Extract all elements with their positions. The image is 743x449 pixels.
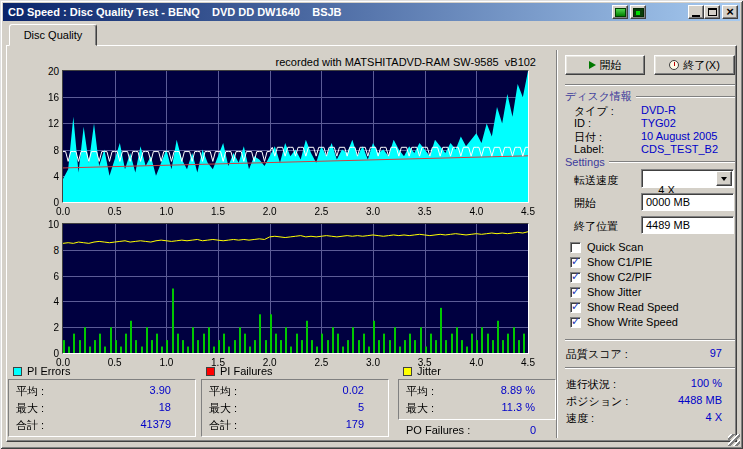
pi-failures-swatch: [206, 367, 215, 376]
po-failures-row: PO Failures : 0: [406, 424, 546, 438]
pi-failures-chart: [63, 224, 528, 353]
titlebar-app-button-2[interactable]: [630, 5, 646, 19]
checkbox-label: Show Write Speed: [587, 316, 678, 328]
minimize-button[interactable]: [688, 5, 704, 19]
resize-grip[interactable]: [728, 434, 740, 446]
maximize-button[interactable]: [704, 5, 720, 19]
titlebar-app-button-1[interactable]: [612, 5, 628, 19]
exit-button[interactable]: 終了(X): [654, 55, 735, 75]
pi-errors-swatch: [13, 367, 22, 376]
start-button[interactable]: 開始: [565, 55, 645, 75]
disc-date-row: 日付 : 10 August 2005: [565, 130, 735, 143]
checkbox-show-read-speed[interactable]: ✓ Show Read Speed: [565, 302, 735, 315]
disc-label-value: CDS_TEST_B2: [641, 143, 718, 155]
check-icon: ✓: [571, 315, 580, 328]
x-axis-tick-label: 3.0: [358, 206, 388, 217]
chevron-down-icon: [721, 177, 727, 181]
pi-errors-chart: [63, 71, 528, 202]
disc-id-row: ID : TYG02: [565, 117, 735, 130]
check-icon: ✓: [571, 300, 580, 313]
checkbox-show-write-speed[interactable]: ✓ Show Write Speed: [565, 317, 735, 330]
x-axis-tick-label: 3.0: [358, 357, 388, 368]
speed-setting-label: 転送速度: [574, 173, 618, 188]
x-axis-tick-label: 4.0: [461, 357, 491, 368]
y-axis-tick-label: 6: [31, 271, 59, 282]
x-axis-tick-label: 3.5: [410, 206, 440, 217]
speed-row: 速度 : 4 X: [565, 411, 735, 424]
minimize-icon: [692, 15, 700, 17]
x-axis-tick-label: 4.0: [461, 206, 491, 217]
checkbox-quick-scan[interactable]: ✓ Quick Scan: [565, 242, 735, 255]
end-position-label: 終了位置: [574, 219, 618, 234]
checkbox-show-c2-pif[interactable]: ✓ Show C2/PIF: [565, 272, 735, 285]
checkbox-box[interactable]: ✓: [570, 302, 581, 313]
disc-id-value: TYG02: [641, 117, 676, 129]
separator: [565, 84, 735, 86]
disc-id-label: ID :: [574, 117, 591, 129]
pi-errors-title: PI Errors: [27, 365, 70, 377]
x-axis-tick-label: 2.0: [255, 206, 285, 217]
app-green-icon: [615, 8, 626, 17]
quality-score-value: 97: [632, 347, 722, 359]
y-axis-tick-label: 10: [31, 219, 59, 230]
speed-label: 速度 :: [566, 411, 594, 426]
pi-errors-chart-frame: [62, 70, 529, 203]
check-icon: ✓: [571, 285, 580, 298]
x-axis-tick-label: 1.5: [203, 206, 233, 217]
checkbox-label: Quick Scan: [587, 241, 643, 253]
max-label: 最大 :: [209, 401, 237, 416]
y-axis-tick-label: 12: [31, 118, 59, 129]
x-axis-tick-label: 0.5: [100, 206, 130, 217]
tab-disc-quality[interactable]: Disc Quality: [9, 24, 97, 46]
avg-label: 平均 :: [16, 384, 44, 399]
checkbox-box[interactable]: ✓: [570, 317, 581, 328]
progress-value: 100 %: [632, 377, 722, 389]
end-position-field[interactable]: 4489 MB: [641, 216, 734, 234]
x-axis-tick-label: 4.5: [513, 206, 543, 217]
progress-label: 進行状況 :: [566, 377, 616, 392]
start-position-label: 開始: [574, 196, 596, 211]
speed-combobox[interactable]: 4 X: [641, 169, 734, 188]
checkbox-box[interactable]: ✓: [570, 257, 581, 268]
separator: [565, 339, 735, 341]
po-failures-label: PO Failures :: [406, 424, 470, 436]
pi-failures-max: 5: [274, 401, 364, 413]
y-axis-tick-label: 4: [31, 296, 59, 307]
x-axis-tick-label: 1.0: [151, 206, 181, 217]
disc-type-value: DVD-R: [641, 104, 676, 116]
checkbox-show-c1-pie[interactable]: ✓ Show C1/PIE: [565, 257, 735, 270]
checkbox-box[interactable]: ✓: [570, 272, 581, 283]
max-label: 最大 :: [16, 401, 44, 416]
app-grid-icon: [633, 8, 644, 17]
pi-errors-statbox: 平均 :3.90 最大 :18 合計 :41379: [8, 379, 196, 437]
x-axis-tick-label: 4.5: [513, 357, 543, 368]
start-position-field[interactable]: 0000 MB: [641, 193, 734, 211]
progress-row: 進行状況 : 100 %: [565, 377, 735, 390]
window-title: CD Speed : Disc Quality Test - BENQ DVD …: [3, 6, 342, 18]
checkbox-box[interactable]: ✓: [570, 287, 581, 298]
position-row: ポジション : 4488 MB: [565, 394, 735, 407]
x-axis-tick-label: 0.5: [100, 357, 130, 368]
pi-failures-chart-frame: [62, 223, 529, 354]
separator: [565, 367, 735, 369]
settings-header-label: Settings: [565, 156, 605, 168]
checkbox-show-jitter[interactable]: ✓ Show Jitter: [565, 287, 735, 300]
panel-divider: [556, 50, 558, 438]
pi-failures-statbox: 平均 :0.02 最大 :5 合計 :179: [201, 379, 389, 437]
position-value: 4488 MB: [632, 394, 722, 406]
x-axis-tick-label: 2.5: [306, 206, 336, 217]
close-button[interactable]: ×: [722, 5, 738, 19]
exit-button-label: 終了(X): [683, 58, 720, 73]
title-bar[interactable]: CD Speed : Disc Quality Test - BENQ DVD …: [3, 3, 740, 21]
x-axis-tick-label: 2.5: [306, 357, 336, 368]
combobox-arrow-button[interactable]: [716, 171, 732, 186]
disc-type-row: タイプ : DVD-R: [565, 104, 735, 117]
checkbox-label: Show C1/PIE: [587, 256, 652, 268]
settings-header: Settings: [565, 156, 735, 168]
pi-errors-max: 18: [81, 401, 171, 413]
quality-score-label: 品質スコア :: [566, 347, 628, 362]
avg-label: 平均 :: [209, 384, 237, 399]
start-icon: [589, 61, 596, 69]
checkbox-box[interactable]: ✓: [570, 242, 581, 253]
jitter-swatch: [403, 367, 412, 376]
